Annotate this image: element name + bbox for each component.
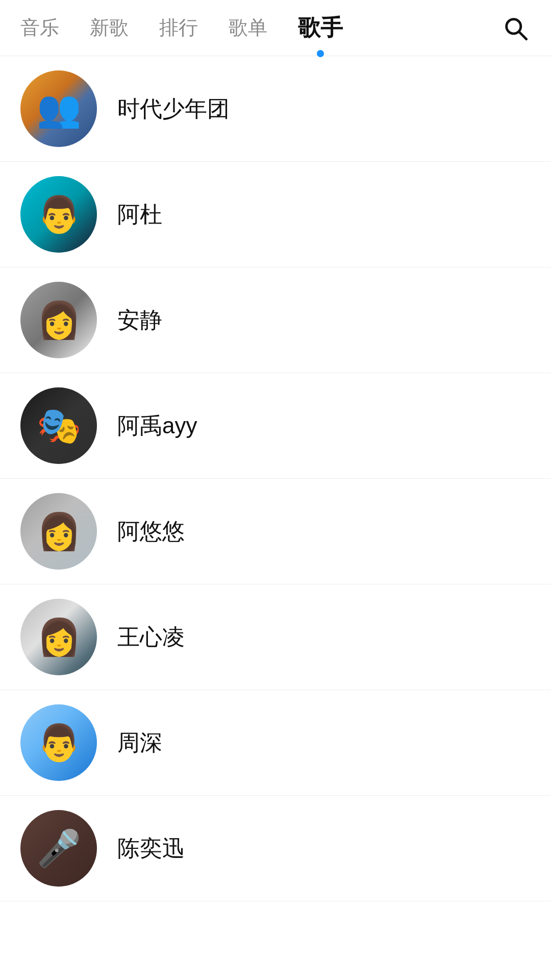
avatar [20,493,97,570]
avatar [20,599,97,675]
avatar [20,810,97,887]
nav-items: 音乐 新歌 排行 歌单 歌手 [20,9,500,47]
artist-name: 安静 [117,305,162,335]
avatar [20,282,97,358]
list-item[interactable]: 阿悠悠 [0,479,551,584]
top-navigation: 音乐 新歌 排行 歌单 歌手 [0,0,551,56]
artist-name: 周深 [117,728,162,758]
artist-name: 陈奕迅 [117,834,185,864]
nav-item-rank[interactable]: 排行 [159,11,198,45]
avatar [20,70,97,147]
list-item[interactable]: 王心凌 [0,584,551,690]
avatar [20,704,97,781]
artist-name: 阿杜 [117,200,162,230]
nav-item-playlist[interactable]: 歌单 [229,11,267,45]
avatar [20,387,97,464]
artist-name: 时代少年团 [117,94,230,124]
artist-name: 王心凌 [117,622,185,652]
search-icon[interactable] [500,13,531,43]
list-item[interactable]: 周深 [0,690,551,796]
nav-item-new[interactable]: 新歌 [90,11,129,45]
avatar [20,176,97,253]
list-item[interactable]: 安静 [0,267,551,373]
svg-line-1 [519,32,527,39]
artist-name: 阿悠悠 [117,517,185,547]
nav-item-artist[interactable]: 歌手 [298,9,343,47]
list-item[interactable]: 阿杜 [0,162,551,267]
list-item[interactable]: 阿禹ayy [0,373,551,479]
list-item[interactable]: 时代少年团 [0,56,551,162]
artist-list: 时代少年团阿杜安静阿禹ayy阿悠悠王心凌周深陈奕迅 [0,56,551,901]
nav-item-music[interactable]: 音乐 [20,11,59,45]
artist-name: 阿禹ayy [117,411,197,441]
list-item[interactable]: 陈奕迅 [0,796,551,901]
